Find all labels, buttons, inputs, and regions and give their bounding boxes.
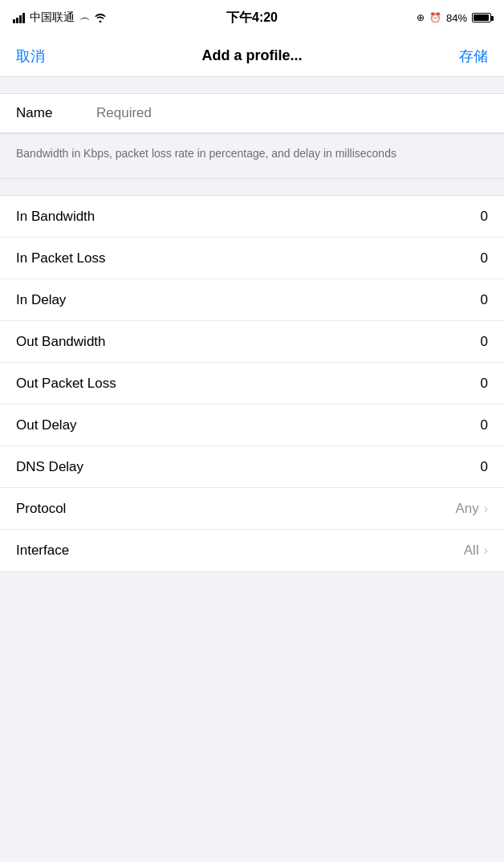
form-row-label: Protocol: [16, 501, 455, 517]
status-right: ⊕ ⏰ 84%: [417, 12, 491, 24]
form-row-input-value[interactable]: 0: [481, 417, 488, 433]
nav-title: Add a profile...: [201, 47, 302, 64]
status-time: 下午4:20: [226, 10, 278, 26]
gps-icon: ⊕: [417, 12, 425, 23]
form-row: Out Packet Loss0: [0, 363, 504, 405]
form-row-label: DNS Delay: [16, 459, 481, 475]
cancel-button[interactable]: 取消: [16, 47, 45, 66]
form-row: DNS Delay0: [0, 446, 504, 488]
description-section: Bandwidth in Kbps, packet loss rate in p…: [0, 133, 504, 179]
form-row-input-value[interactable]: 0: [481, 334, 488, 350]
form-row: Out Bandwidth0: [0, 321, 504, 363]
nav-bar: 取消 Add a profile... 存储: [0, 35, 504, 77]
form-row-input-value[interactable]: 0: [481, 209, 488, 225]
battery-icon: [472, 13, 491, 22]
description-text: Bandwidth in Kbps, packet loss rate in p…: [16, 145, 488, 162]
name-input[interactable]: [96, 105, 488, 121]
form-row: Out Delay0: [0, 405, 504, 446]
carrier-label: 中国联通: [30, 10, 75, 25]
wifi-icon: ︵: [79, 10, 107, 25]
chevron-right-icon: ›: [484, 502, 488, 516]
form-row: In Delay0: [0, 279, 504, 321]
chevron-right-icon: ›: [484, 543, 488, 558]
signal-icon: [13, 12, 25, 23]
form-row-input-value[interactable]: 0: [481, 376, 488, 392]
name-row: Name: [0, 94, 504, 132]
form-row: In Packet Loss0: [0, 238, 504, 279]
form-section: In Bandwidth0In Packet Loss0In Delay0Out…: [0, 195, 504, 572]
form-row-input-value[interactable]: 0: [481, 292, 488, 308]
save-button[interactable]: 存储: [459, 47, 488, 66]
form-row-select-value: Any: [455, 501, 478, 517]
alarm-icon: ⏰: [429, 12, 441, 23]
form-row-input-value[interactable]: 0: [481, 459, 488, 475]
bottom-pad: [0, 572, 504, 620]
form-row-select-value: All: [464, 543, 479, 559]
top-spacer: [0, 77, 504, 93]
form-row[interactable]: ProtocolAny›: [0, 488, 504, 530]
form-row-label: Out Bandwidth: [16, 334, 481, 350]
form-row-label: Out Delay: [16, 417, 481, 433]
form-row-label: In Delay: [16, 292, 481, 308]
form-row-label: In Packet Loss: [16, 250, 481, 266]
form-row-input-value[interactable]: 0: [481, 250, 488, 266]
form-row[interactable]: InterfaceAll›: [0, 530, 504, 571]
name-label: Name: [16, 105, 96, 121]
battery-percent: 84%: [446, 12, 467, 24]
status-left: 中国联通 ︵: [13, 10, 107, 25]
name-section: Name: [0, 93, 504, 133]
form-row-label: Out Packet Loss: [16, 376, 481, 392]
form-row-label: In Bandwidth: [16, 209, 481, 225]
form-row-label: Interface: [16, 543, 464, 559]
status-bar: 中国联通 ︵ 下午4:20 ⊕ ⏰ 84%: [0, 0, 504, 35]
form-row: In Bandwidth0: [0, 196, 504, 238]
